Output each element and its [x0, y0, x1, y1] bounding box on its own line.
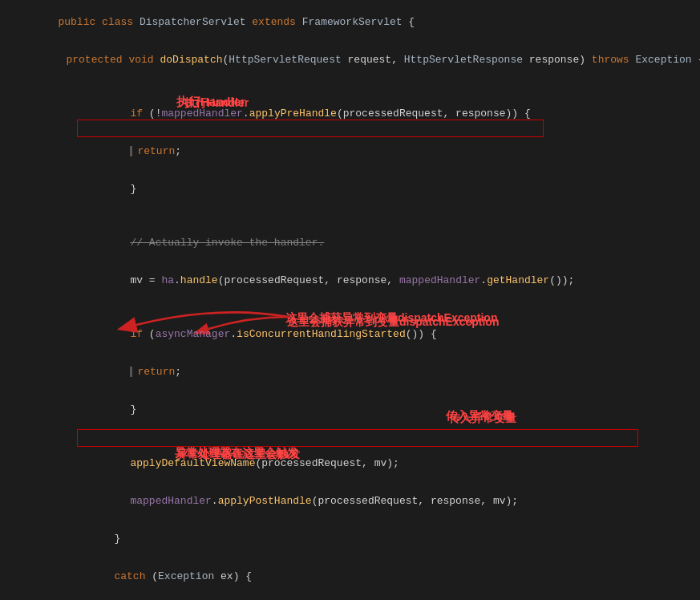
code-line-applydefault: applyDefaultViewName(processedRequest, m…	[0, 444, 700, 482]
spacer3	[0, 299, 700, 315]
code-line-return1: return;	[0, 132, 700, 170]
code-line-dispatch-ex: dispatchException = ex;	[0, 595, 700, 600]
code-line-handle: mv = ha.handle(processedRequest, respons…	[0, 261, 700, 299]
code-line-brace2: }	[0, 391, 700, 428]
spacer4	[0, 428, 700, 444]
code-line-applypost: mappedHandler.applyPostHandle(processedR…	[0, 482, 700, 520]
code-line-brace3: }	[0, 520, 700, 557]
code-line-dodispatch: protected void doDispatch(HttpServletReq…	[0, 41, 700, 79]
code-line-comment1: // Actually invoke the handler.	[0, 224, 700, 261]
code-line-catch1: catch (Exception ex) {	[0, 557, 700, 595]
code-editor: 执行Handler 这里会捕获异常到变量dispatchException 传入…	[0, 0, 700, 600]
code-line-class: public class DispatcherServlet extends F…	[0, 3, 700, 41]
spacer1	[0, 79, 700, 95]
code-line-brace1: }	[0, 170, 700, 208]
spacer2	[0, 208, 700, 224]
code-line-if1: if (!mappedHandler.applyPreHandle(proces…	[0, 95, 700, 132]
code-line-return2: return;	[0, 353, 700, 391]
code-line-if2: if (asyncManager.isConcurrentHandlingSta…	[0, 315, 700, 353]
